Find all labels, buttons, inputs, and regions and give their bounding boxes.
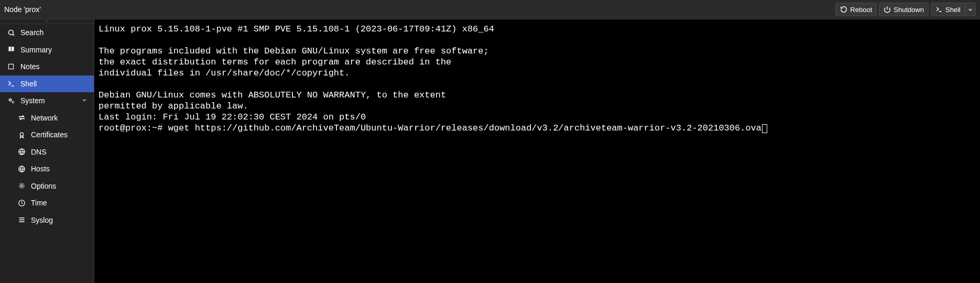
- sidebar-item-label: Network: [31, 114, 58, 122]
- terminal-icon: [935, 6, 943, 13]
- sidebar-item-system[interactable]: System: [0, 92, 94, 110]
- sidebar: SearchSummaryNotesShellSystemNetworkCert…: [0, 19, 94, 283]
- page-title: Node 'prox': [4, 5, 835, 14]
- sidebar-item-dns[interactable]: DNS: [0, 144, 94, 161]
- terminal-prompt: root@prox:~#: [99, 123, 168, 133]
- chevron-down-icon: [967, 7, 973, 13]
- header-toolbar: Reboot Shutdown Shell: [835, 3, 976, 16]
- sidebar-item-time[interactable]: Time: [0, 194, 94, 212]
- sidebar-item-syslog[interactable]: Syslog: [0, 212, 94, 229]
- sidebar-item-label: Summary: [20, 46, 52, 54]
- globe-icon: [17, 148, 26, 156]
- terminal-command: wget https://github.com/ArchiveTeam/Ubun…: [168, 123, 761, 133]
- sticky-note-icon: [7, 62, 15, 71]
- book-icon: [7, 46, 15, 54]
- svg-line-3: [13, 34, 14, 36]
- sidebar-item-options[interactable]: Options: [0, 178, 94, 195]
- clock-icon: [17, 199, 26, 207]
- svg-point-8: [20, 133, 23, 136]
- reboot-button[interactable]: Reboot: [835, 3, 877, 16]
- svg-rect-4: [8, 64, 13, 69]
- exchange-icon: [17, 114, 26, 122]
- terminal-output[interactable]: Linux prox 5.15.108-1-pve #1 SMP PVE 5.1…: [94, 19, 980, 283]
- svg-point-11: [20, 185, 23, 187]
- sidebar-item-shell[interactable]: Shell: [0, 75, 94, 93]
- shutdown-button[interactable]: Shutdown: [879, 3, 929, 16]
- sidebar-item-label: Syslog: [31, 216, 53, 224]
- sidebar-item-network[interactable]: Network: [0, 110, 94, 127]
- sidebar-item-label: Notes: [20, 62, 40, 71]
- sidebar-item-label: Certificates: [31, 130, 68, 139]
- sidebar-item-label: Shell: [20, 80, 37, 88]
- sidebar-item-label: Search: [20, 28, 43, 37]
- sidebar-item-search[interactable]: Search: [0, 24, 94, 41]
- terminal-cursor: [762, 124, 767, 133]
- svg-point-7: [12, 101, 14, 103]
- shell-label: Shell: [945, 6, 961, 14]
- sidebar-item-label: System: [20, 96, 45, 105]
- header: Node 'prox' Reboot Shutdown Shell: [0, 0, 980, 19]
- list-icon: [17, 216, 26, 224]
- sidebar-item-hosts[interactable]: Hosts: [0, 160, 94, 178]
- chevron-down-icon: [81, 97, 89, 104]
- sidebar-item-label: Options: [31, 182, 56, 190]
- shell-button[interactable]: Shell: [931, 3, 965, 16]
- sidebar-collapse-handle[interactable]: [0, 19, 94, 24]
- sidebar-item-label: Hosts: [31, 165, 50, 173]
- sidebar-item-label: Time: [31, 199, 47, 207]
- sidebar-item-summary[interactable]: Summary: [0, 41, 94, 59]
- cogs-icon: [7, 96, 15, 105]
- sidebar-item-notes[interactable]: Notes: [0, 58, 94, 75]
- svg-point-2: [8, 30, 13, 35]
- shell-dropdown-button[interactable]: [965, 3, 976, 16]
- sidebar-item-label: DNS: [31, 148, 47, 156]
- sidebar-item-certificates[interactable]: Certificates: [0, 126, 94, 144]
- certificate-icon: [17, 130, 26, 139]
- terminal-icon: [7, 80, 15, 88]
- globe-icon: [17, 165, 26, 173]
- shutdown-label: Shutdown: [894, 6, 924, 14]
- cog-icon: [17, 182, 26, 190]
- power-icon: [884, 6, 891, 13]
- reboot-label: Reboot: [850, 6, 872, 14]
- search-icon: [7, 28, 15, 37]
- undo-icon: [840, 6, 847, 13]
- body: SearchSummaryNotesShellSystemNetworkCert…: [0, 19, 980, 283]
- shell-split-button: Shell: [931, 3, 976, 16]
